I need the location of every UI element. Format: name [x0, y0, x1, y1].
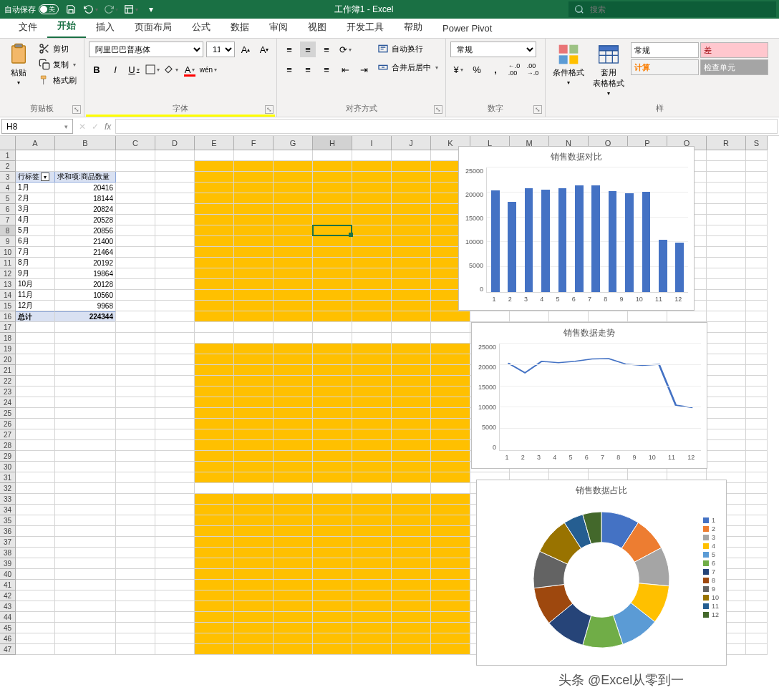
cell[interactable] [352, 333, 392, 344]
cell[interactable]: 11月 [16, 290, 55, 301]
cell[interactable] [313, 462, 352, 472]
row-header[interactable]: 31 [0, 472, 16, 483]
cell[interactable] [352, 344, 392, 354]
cell[interactable] [313, 408, 352, 419]
cell[interactable] [707, 279, 746, 290]
comma-icon[interactable]: , [488, 62, 503, 77]
cell[interactable]: 行标签▾ [16, 172, 55, 183]
cell[interactable] [392, 387, 431, 397]
select-all-corner[interactable] [0, 136, 16, 150]
cell[interactable] [313, 225, 352, 236]
cell[interactable] [313, 558, 352, 569]
cell[interactable] [707, 322, 746, 333]
cell[interactable]: 求和项:商品数量 [55, 172, 116, 183]
cell[interactable] [510, 311, 549, 322]
cell[interactable] [352, 354, 392, 365]
cell[interactable] [116, 644, 155, 655]
cell[interactable] [55, 333, 116, 344]
cell[interactable] [313, 365, 352, 376]
cell[interactable] [155, 633, 195, 644]
cell[interactable] [313, 483, 352, 494]
cell[interactable] [155, 569, 195, 580]
cell[interactable] [116, 408, 155, 419]
row-header[interactable]: 19 [0, 344, 16, 354]
cell[interactable] [234, 397, 274, 408]
cell[interactable] [16, 548, 55, 558]
cell[interactable] [116, 494, 155, 505]
cell[interactable] [234, 247, 274, 258]
cell[interactable]: 19864 [55, 268, 116, 279]
cell[interactable] [16, 623, 55, 633]
cell[interactable] [274, 633, 313, 644]
row-header[interactable]: 1 [0, 150, 16, 161]
cell[interactable] [313, 258, 352, 268]
chart-donut[interactable]: 销售数据占比 123456789101112 [476, 480, 727, 666]
cell[interactable] [352, 429, 392, 440]
cell[interactable] [707, 215, 746, 225]
cell[interactable] [392, 429, 431, 440]
cell[interactable] [16, 150, 55, 161]
cell[interactable] [274, 322, 313, 333]
cell[interactable] [155, 322, 195, 333]
cell[interactable] [352, 387, 392, 397]
row-header[interactable]: 35 [0, 515, 16, 526]
cell[interactable] [274, 419, 313, 429]
cell[interactable] [352, 311, 392, 322]
cell[interactable] [155, 365, 195, 376]
cell[interactable] [16, 601, 55, 612]
cell[interactable] [234, 258, 274, 268]
cell[interactable] [155, 419, 195, 429]
cell[interactable] [352, 236, 392, 247]
tab-公式[interactable]: 公式 [182, 16, 221, 38]
cell[interactable]: 12月 [16, 301, 55, 311]
cell[interactable] [55, 451, 116, 462]
cell[interactable] [352, 623, 392, 633]
cell[interactable] [313, 419, 352, 429]
cell[interactable] [707, 344, 746, 354]
align-right-icon[interactable]: ≡ [319, 62, 334, 77]
cell[interactable] [392, 193, 431, 204]
cell[interactable] [55, 408, 116, 419]
col-header[interactable]: I [352, 136, 392, 150]
cell[interactable] [195, 472, 234, 483]
cell[interactable] [431, 365, 470, 376]
row-header[interactable]: 2 [0, 161, 16, 172]
cell[interactable] [16, 537, 55, 548]
cell[interactable] [55, 462, 116, 472]
row-header[interactable]: 25 [0, 408, 16, 419]
cell[interactable] [274, 236, 313, 247]
cell[interactable] [392, 204, 431, 215]
cell[interactable] [155, 537, 195, 548]
cell[interactable] [155, 215, 195, 225]
cell[interactable] [234, 472, 274, 483]
cell[interactable] [16, 397, 55, 408]
italic-button[interactable]: I [107, 62, 123, 77]
cell[interactable] [155, 644, 195, 655]
cell[interactable] [155, 623, 195, 633]
cell[interactable] [195, 601, 234, 612]
cell[interactable] [274, 344, 313, 354]
cell[interactable] [313, 472, 352, 483]
cell[interactable] [431, 590, 470, 601]
cell[interactable] [55, 429, 116, 440]
format-painter-button[interactable]: 格式刷 [36, 73, 79, 87]
cell[interactable] [274, 172, 313, 183]
tab-数据[interactable]: 数据 [221, 16, 259, 38]
align-bottom-icon[interactable]: ≡ [319, 42, 334, 57]
cell[interactable] [155, 279, 195, 290]
cell[interactable] [431, 494, 470, 505]
cell[interactable] [274, 526, 313, 537]
cell[interactable] [195, 344, 234, 354]
cell[interactable] [55, 633, 116, 644]
cell[interactable] [16, 161, 55, 172]
cell[interactable] [352, 247, 392, 258]
orientation-icon[interactable]: ⟳ [337, 42, 353, 57]
cell[interactable] [155, 268, 195, 279]
number-format-select[interactable]: 常规 [450, 42, 536, 57]
cell[interactable] [707, 365, 746, 376]
cell[interactable] [313, 290, 352, 301]
increase-decimal-icon[interactable]: ←.0.00 [506, 62, 522, 77]
align-top-icon[interactable]: ≡ [281, 42, 297, 57]
cell[interactable] [16, 440, 55, 451]
cell[interactable] [392, 483, 431, 494]
